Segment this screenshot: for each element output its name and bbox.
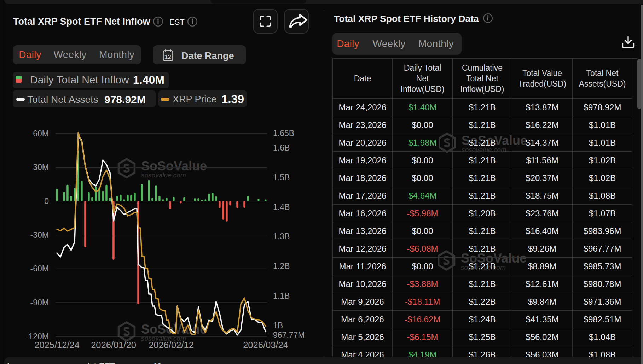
- svg-text:2026/02/12: 2026/02/12: [149, 340, 194, 350]
- svg-text:SoSoValue: SoSoValue: [141, 159, 207, 173]
- svg-text:-30M: -30M: [30, 230, 49, 240]
- svg-text:1.2B: 1.2B: [273, 262, 290, 271]
- svg-text:967.77M: 967.77M: [273, 330, 305, 340]
- svg-text:1.1B: 1.1B: [273, 291, 290, 300]
- svg-text:60M: 60M: [33, 129, 49, 138]
- svg-text:-60M: -60M: [30, 264, 49, 273]
- svg-text:1B: 1B: [273, 321, 283, 330]
- svg-text:SoSoValue: SoSoValue: [141, 322, 207, 336]
- svg-text:1.4B: 1.4B: [273, 202, 290, 212]
- svg-text:2026/03/24: 2026/03/24: [243, 340, 288, 350]
- svg-text:30M: 30M: [33, 163, 49, 172]
- svg-text:1.65B: 1.65B: [273, 129, 294, 138]
- svg-text:1.5B: 1.5B: [273, 173, 290, 182]
- svg-text:-90M: -90M: [30, 298, 49, 307]
- svg-text:-120M: -120M: [26, 332, 49, 341]
- svg-text:sosovalue.com: sosovalue.com: [141, 171, 186, 179]
- svg-text:2026/01/20: 2026/01/20: [91, 340, 136, 350]
- svg-text:1.6B: 1.6B: [273, 143, 290, 152]
- svg-text:2025/12/24: 2025/12/24: [34, 340, 80, 350]
- svg-text:1.3B: 1.3B: [273, 232, 290, 241]
- svg-text:0: 0: [44, 196, 49, 206]
